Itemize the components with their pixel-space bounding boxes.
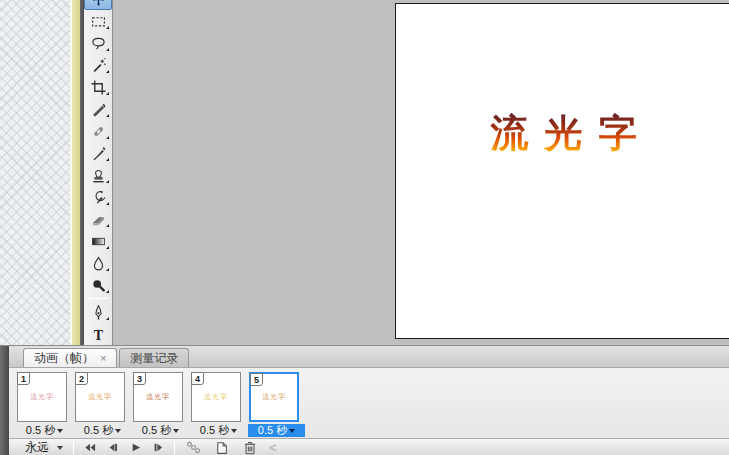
tool-slice[interactable] bbox=[84, 98, 112, 120]
frame-thumbnail[interactable]: 4流光字 bbox=[191, 372, 241, 422]
animation-control-bar: 永远 < bbox=[9, 438, 729, 455]
play-icon bbox=[129, 442, 142, 453]
play-button[interactable] bbox=[124, 441, 147, 455]
tool-pen[interactable] bbox=[84, 301, 112, 323]
pen-icon bbox=[91, 305, 106, 320]
scroll-left-chevron[interactable]: < bbox=[269, 440, 277, 455]
brush-icon bbox=[91, 146, 106, 161]
frame-delay-label: 0.5 秒 bbox=[26, 423, 55, 438]
frame-delay-label: 0.5 秒 bbox=[84, 423, 113, 438]
tool-clone-stamp[interactable] bbox=[84, 164, 112, 186]
tool-dodge[interactable] bbox=[84, 274, 112, 296]
panel-tab-measurement-log[interactable]: 测量记录 bbox=[119, 348, 189, 367]
frame-number-badge: 4 bbox=[191, 372, 204, 385]
window-edge-strip bbox=[72, 0, 80, 345]
tool-history-brush[interactable] bbox=[84, 186, 112, 208]
panel-tab-bar: 动画（帧）×测量记录 bbox=[9, 346, 729, 368]
animation-frame-5[interactable]: 5流光字0.5 秒 bbox=[248, 372, 305, 437]
tool-type[interactable]: T bbox=[84, 323, 112, 345]
frame-thumbnail-text: 流光字 bbox=[88, 392, 112, 402]
toolbar-separator bbox=[87, 298, 109, 299]
loop-count-label: 永远 bbox=[25, 439, 49, 455]
tool-healing-brush[interactable] bbox=[84, 120, 112, 142]
tab-close-icon[interactable]: × bbox=[100, 353, 106, 364]
frames-row: 1流光字0.5 秒2流光字0.5 秒3流光字0.5 秒4流光字0.5 秒5流光字… bbox=[9, 368, 729, 438]
chevron-down-icon bbox=[289, 429, 295, 433]
frame-delay-label: 0.5 秒 bbox=[200, 423, 229, 438]
tween-icon bbox=[186, 440, 201, 455]
delete-frame-button[interactable] bbox=[238, 440, 260, 455]
animation-frame-3[interactable]: 3流光字0.5 秒 bbox=[132, 372, 189, 437]
action-buttons bbox=[179, 440, 263, 455]
eraser-icon bbox=[91, 212, 106, 227]
slice-icon bbox=[91, 102, 106, 117]
chevron-down-icon bbox=[57, 429, 63, 433]
next-frame-button[interactable] bbox=[147, 441, 170, 455]
chevron-down-icon bbox=[231, 429, 237, 433]
animation-frame-4[interactable]: 4流光字0.5 秒 bbox=[190, 372, 247, 437]
first-frame-icon bbox=[83, 442, 96, 453]
clone-stamp-icon bbox=[91, 168, 106, 183]
frame-thumbnail[interactable]: 1流光字 bbox=[17, 372, 67, 422]
frame-delay-dropdown[interactable]: 0.5 秒 bbox=[248, 424, 305, 437]
workspace: 流光字 bbox=[113, 0, 729, 345]
loop-count-dropdown[interactable]: 永远 bbox=[19, 439, 69, 455]
duplicate-frame-button[interactable] bbox=[210, 440, 232, 455]
frame-delay-dropdown[interactable]: 0.5 秒 bbox=[16, 424, 73, 437]
document-canvas[interactable]: 流光字 bbox=[395, 3, 729, 339]
magic-wand-icon bbox=[91, 58, 106, 73]
dodge-icon bbox=[91, 278, 106, 293]
tab-label: 动画（帧） bbox=[34, 350, 94, 367]
frame-delay-label: 0.5 秒 bbox=[258, 423, 287, 438]
history-brush-icon bbox=[91, 190, 106, 205]
chevron-down-icon bbox=[115, 429, 121, 433]
toolbar-tools: T bbox=[84, 0, 112, 345]
tool-eraser[interactable] bbox=[84, 208, 112, 230]
delete-frame-icon bbox=[242, 440, 257, 455]
tool-move[interactable] bbox=[84, 0, 112, 10]
chevron-down-icon bbox=[173, 429, 179, 433]
previous-frame-icon bbox=[106, 442, 119, 453]
frame-delay-dropdown[interactable]: 0.5 秒 bbox=[74, 424, 131, 437]
previous-frame-button[interactable] bbox=[101, 441, 124, 455]
animation-frame-2[interactable]: 2流光字0.5 秒 bbox=[74, 372, 131, 437]
tool-magic-wand[interactable] bbox=[84, 54, 112, 76]
frame-thumbnail-text: 流光字 bbox=[30, 392, 54, 402]
tool-lasso[interactable] bbox=[84, 32, 112, 54]
frame-delay-dropdown[interactable]: 0.5 秒 bbox=[190, 424, 247, 437]
chevron-down-icon bbox=[57, 446, 63, 450]
animation-frame-1[interactable]: 1流光字0.5 秒 bbox=[16, 372, 73, 437]
frame-thumbnail[interactable]: 5流光字 bbox=[249, 372, 299, 422]
tool-crop[interactable] bbox=[84, 76, 112, 98]
frame-thumbnail-text: 流光字 bbox=[262, 392, 286, 402]
frame-number-badge: 3 bbox=[133, 372, 146, 385]
gradient-icon bbox=[91, 234, 106, 249]
tool-blur[interactable] bbox=[84, 252, 112, 274]
panel-tab-animation-frames[interactable]: 动画（帧）× bbox=[23, 348, 117, 367]
separator bbox=[174, 441, 175, 455]
frame-number-badge: 2 bbox=[75, 372, 88, 385]
frame-thumbnail-text: 流光字 bbox=[146, 392, 170, 402]
blur-icon bbox=[91, 256, 106, 271]
first-frame-button[interactable] bbox=[78, 441, 101, 455]
frame-thumbnail[interactable]: 3流光字 bbox=[133, 372, 183, 422]
tool-gradient[interactable] bbox=[84, 230, 112, 252]
frame-thumbnail[interactable]: 2流光字 bbox=[75, 372, 125, 422]
transport-buttons bbox=[78, 441, 170, 455]
animation-panel: 动画（帧）×测量记录 1流光字0.5 秒2流光字0.5 秒3流光字0.5 秒4流… bbox=[0, 345, 729, 455]
type-icon: T bbox=[91, 327, 106, 342]
move-icon bbox=[91, 0, 106, 7]
frame-delay-label: 0.5 秒 bbox=[142, 423, 171, 438]
panel-left-edge bbox=[0, 346, 9, 455]
frame-delay-dropdown[interactable]: 0.5 秒 bbox=[132, 424, 189, 437]
separator bbox=[73, 441, 74, 455]
frame-number-badge: 5 bbox=[250, 373, 263, 386]
frame-thumbnail-text: 流光字 bbox=[204, 392, 228, 402]
duplicate-frame-icon bbox=[214, 440, 229, 455]
tab-label: 测量记录 bbox=[130, 350, 178, 367]
tween-button[interactable] bbox=[182, 440, 204, 455]
desktop-texture bbox=[0, 0, 70, 345]
canvas-artwork-text: 流光字 bbox=[396, 108, 729, 159]
tool-marquee[interactable] bbox=[84, 10, 112, 32]
tool-brush[interactable] bbox=[84, 142, 112, 164]
